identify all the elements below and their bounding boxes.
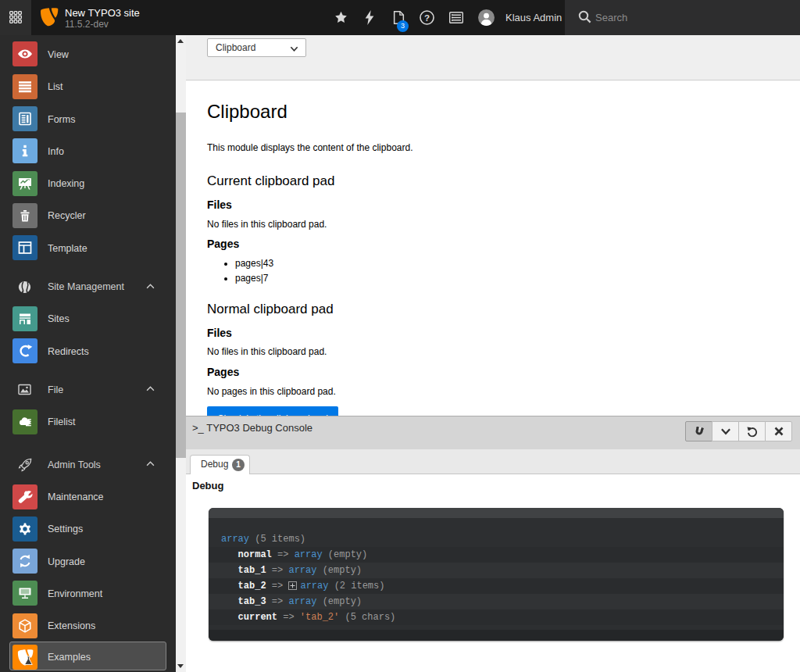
svg-text:?: ? xyxy=(424,13,430,23)
